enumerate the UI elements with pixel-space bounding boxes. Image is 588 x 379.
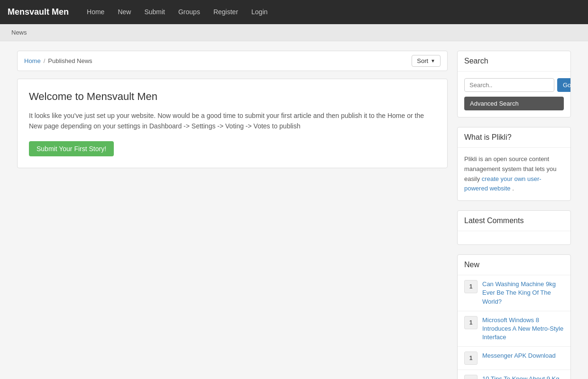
sort-label: Sort xyxy=(417,57,428,64)
breadcrumb-bar: Home / Published News Sort ▼ xyxy=(17,51,448,71)
submit-story-button[interactable]: Submit Your First Story! xyxy=(29,141,114,156)
subnav: News xyxy=(0,24,588,41)
item-title[interactable]: Messenger APK Download xyxy=(482,352,556,360)
breadcrumb-current: Published News xyxy=(48,57,92,64)
nav-item-new[interactable]: New xyxy=(111,0,138,24)
welcome-title: Welcome to Mensvault Men xyxy=(29,90,436,103)
sort-button[interactable]: Sort ▼ xyxy=(412,55,441,67)
search-title: Search xyxy=(458,51,570,72)
latest-comments-body xyxy=(458,231,570,244)
list-item: 1 Can Washing Machine 9kg Ever Be The Ki… xyxy=(458,275,570,311)
search-input-row: Go xyxy=(464,78,564,92)
search-input[interactable] xyxy=(464,78,554,92)
list-item: 1 Messenger APK Download xyxy=(458,346,570,370)
latest-comments-section: Latest Comments xyxy=(457,210,571,245)
plikli-text-after: . xyxy=(511,185,514,192)
breadcrumb: Home / Published News xyxy=(24,57,92,64)
search-section: Search Go Advanced Search xyxy=(457,51,571,117)
advanced-search-button[interactable]: Advanced Search xyxy=(464,97,564,110)
new-items-list: 1 Can Washing Machine 9kg Ever Be The Ki… xyxy=(458,275,570,379)
plikli-title: What is Plikli? xyxy=(458,127,570,148)
breadcrumb-home[interactable]: Home xyxy=(24,57,41,64)
plikli-body: Plikli is an open source content managem… xyxy=(458,148,570,200)
new-section: New 1 Can Washing Machine 9kg Ever Be Th… xyxy=(457,254,571,379)
caret-icon: ▼ xyxy=(431,58,435,63)
go-button[interactable]: Go xyxy=(557,78,571,92)
nav-item-login[interactable]: Login xyxy=(245,0,274,24)
sidebar: Search Go Advanced Search What is Plikli… xyxy=(457,51,571,379)
welcome-card: Welcome to Mensvault Men It looks like y… xyxy=(17,79,448,168)
subnav-news-link[interactable]: News xyxy=(8,29,31,36)
brand[interactable]: Mensvault Men xyxy=(8,7,69,17)
nav-item-home[interactable]: Home xyxy=(80,0,111,24)
breadcrumb-separator: / xyxy=(44,57,46,64)
item-title[interactable]: Can Washing Machine 9kg Ever Be The King… xyxy=(482,280,564,306)
nav-item-register[interactable]: Register xyxy=(207,0,245,24)
navbar: Mensvault Men Home New Submit Groups Reg… xyxy=(0,0,588,24)
item-title[interactable]: 10 Tips To Know About 9 Kg Washing Machi… xyxy=(482,375,564,379)
plikli-section: What is Plikli? Plikli is an open source… xyxy=(457,127,571,201)
item-badge: 1 xyxy=(464,352,478,365)
plikli-text: Plikli is an open source content managem… xyxy=(464,154,564,194)
list-item: 1 10 Tips To Know About 9 Kg Washing Mac… xyxy=(458,370,570,379)
item-badge: 1 xyxy=(464,280,478,293)
nav-item-groups[interactable]: Groups xyxy=(172,0,207,24)
nav-item-submit[interactable]: Submit xyxy=(138,0,172,24)
item-title[interactable]: Microsoft Windows 8 Introduces A New Met… xyxy=(482,316,564,342)
welcome-body: It looks like you've just set up your we… xyxy=(29,110,436,132)
item-badge: 1 xyxy=(464,375,478,379)
main-content: Home / Published News Sort ▼ Welcome to … xyxy=(17,51,448,379)
new-section-title: New xyxy=(458,255,570,275)
nav-menu: Home New Submit Groups Register Login xyxy=(80,0,274,24)
search-box: Go Advanced Search xyxy=(458,72,570,117)
main-container: Home / Published News Sort ▼ Welcome to … xyxy=(9,41,579,379)
latest-comments-title: Latest Comments xyxy=(458,211,570,231)
list-item: 1 Microsoft Windows 8 Introduces A New M… xyxy=(458,311,570,347)
item-badge: 1 xyxy=(464,316,478,329)
